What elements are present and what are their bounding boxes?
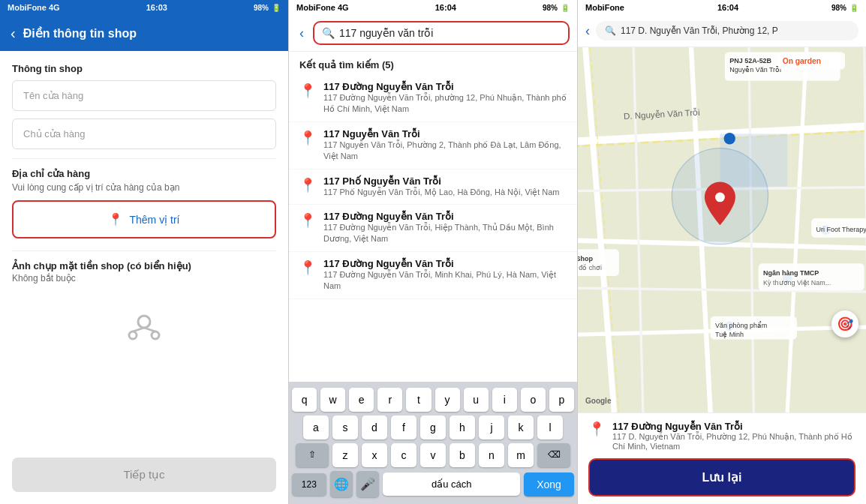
result-addr-1: 117 Đường Nguyễn Văn Trỗi, phường 12, Ph… bbox=[323, 92, 567, 116]
key-s[interactable]: s bbox=[332, 416, 358, 440]
list-item[interactable]: 📍 117 Đường Nguyễn Văn Trỗi 117 Đường Ng… bbox=[289, 252, 577, 299]
location-target-icon: 🎯 bbox=[837, 316, 853, 332]
key-u[interactable]: u bbox=[464, 388, 489, 412]
upload-icon bbox=[125, 307, 163, 351]
continue-button[interactable]: Tiếp tục bbox=[12, 458, 276, 492]
svg-text:Văn phòng phẩm: Văn phòng phẩm bbox=[715, 321, 767, 329]
key-q[interactable]: q bbox=[292, 388, 317, 412]
key-i[interactable]: i bbox=[492, 388, 517, 412]
panel-map: MobiFone 16:04 98% 🔋 ‹ 🔍 117 D. Nguyễn V… bbox=[578, 0, 866, 504]
map-bottom-card: 📍 117 Đường Nguyễn Văn Trỗi 117 D. Nguyễ… bbox=[578, 412, 866, 504]
key-z[interactable]: z bbox=[332, 443, 358, 467]
svg-point-2 bbox=[152, 332, 159, 339]
map-result-title: 117 Đường Nguyễn Văn Trỗi bbox=[612, 421, 855, 432]
key-done[interactable]: Xong bbox=[524, 472, 574, 496]
back-button-3[interactable]: ‹ bbox=[585, 23, 590, 39]
key-y[interactable]: y bbox=[435, 388, 460, 412]
key-v[interactable]: v bbox=[420, 443, 446, 467]
key-h[interactable]: h bbox=[450, 416, 475, 440]
key-g[interactable]: g bbox=[420, 416, 446, 440]
svg-point-46 bbox=[715, 193, 725, 202]
back-button-2[interactable]: ‹ bbox=[296, 22, 307, 44]
save-button[interactable]: Lưu lại bbox=[588, 458, 855, 496]
svg-text:PNJ 52A-52B: PNJ 52A-52B bbox=[729, 57, 771, 64]
carrier-1: MobiFone 4G bbox=[8, 3, 60, 12]
key-x[interactable]: x bbox=[362, 443, 387, 467]
result-title-2: 117 Nguyễn Văn Trỗi bbox=[323, 128, 567, 140]
svg-line-3 bbox=[133, 328, 144, 332]
map-bottom-result: 📍 117 Đường Nguyễn Văn Trỗi 117 D. Nguyễ… bbox=[588, 421, 855, 451]
map-search-bar[interactable]: 🔍 117 D. Nguyễn Văn Trỗi, Phường 12, P bbox=[596, 21, 858, 40]
key-t[interactable]: t bbox=[406, 388, 431, 412]
list-item[interactable]: 📍 117 Đường Nguyễn Văn Trỗi 117 Đường Ng… bbox=[289, 75, 577, 122]
svg-text:Kỳ thương Việt Nam...: Kỳ thương Việt Nam... bbox=[763, 279, 831, 286]
key-e[interactable]: e bbox=[349, 388, 374, 412]
key-n[interactable]: n bbox=[479, 443, 504, 467]
photo-sub: Không bắt buộc bbox=[12, 273, 276, 284]
key-c[interactable]: c bbox=[391, 443, 416, 467]
page-title-1: Điền thông tin shop bbox=[23, 26, 137, 40]
key-delete[interactable]: ⌫ bbox=[537, 443, 570, 467]
svg-point-0 bbox=[138, 316, 150, 328]
key-d[interactable]: d bbox=[362, 416, 387, 440]
key-f[interactable]: f bbox=[391, 416, 416, 440]
map-bottom-texts: 117 Đường Nguyễn Văn Trỗi 117 D. Nguyễn … bbox=[612, 421, 855, 451]
svg-text:Tuệ Minh: Tuệ Minh bbox=[715, 331, 744, 338]
key-l[interactable]: l bbox=[537, 416, 563, 440]
key-r[interactable]: r bbox=[377, 388, 402, 412]
back-button-1[interactable]: ‹ bbox=[11, 25, 16, 42]
result-text-2: 117 Nguyễn Văn Trỗi 117 Nguyễn Văn Trỗi,… bbox=[323, 128, 567, 163]
map-header: ‹ 🔍 117 D. Nguyễn Văn Trỗi, Phường 12, P bbox=[578, 15, 866, 47]
status-bar-1: MobiFone 4G 16:03 98% 🔋 bbox=[0, 0, 288, 15]
kb-row-1: q w e r t y u i o p bbox=[292, 388, 574, 412]
list-item[interactable]: 📍 117 Đường Nguyễn Văn Trỗi 117 Đường Ng… bbox=[289, 205, 577, 252]
key-globe[interactable]: 🌐 bbox=[330, 471, 353, 497]
key-p[interactable]: p bbox=[549, 388, 574, 412]
key-k[interactable]: k bbox=[508, 416, 534, 440]
time-1: 16:03 bbox=[146, 3, 167, 12]
my-location-button[interactable]: 🎯 bbox=[831, 310, 858, 338]
result-addr-2: 117 Nguyễn Văn Trỗi, Phường 2, Thành phố… bbox=[323, 140, 567, 163]
key-a[interactable]: a bbox=[303, 416, 329, 440]
key-b[interactable]: b bbox=[450, 443, 475, 467]
kb-row-3: ⇧ z x c v b n m ⌫ bbox=[292, 443, 574, 467]
svg-text:Uri Foot Therapy Spa: Uri Foot Therapy Spa bbox=[816, 226, 866, 233]
results-label: Kết quả tìm kiếm (5) bbox=[289, 52, 577, 75]
list-item[interactable]: 📍 117 Phố Nguyễn Văn Trỗi 117 Phố Nguyễn… bbox=[289, 170, 577, 205]
result-text-3: 117 Phố Nguyễn Văn Trỗi 117 Phố Nguyễn V… bbox=[323, 176, 559, 198]
owner-input[interactable]: Chủ cửa hàng bbox=[12, 118, 276, 149]
map-search-icon: 🔍 bbox=[605, 26, 616, 36]
search-input[interactable]: 117 nguyễn văn trỗi bbox=[339, 27, 561, 39]
key-j[interactable]: j bbox=[479, 416, 504, 440]
key-m[interactable]: m bbox=[508, 443, 534, 467]
svg-rect-34 bbox=[759, 263, 864, 290]
search-input-wrap[interactable]: 🔍 117 nguyễn văn trỗi bbox=[313, 21, 570, 45]
result-text-4: 117 Đường Nguyễn Văn Trỗi 117 Đường Nguy… bbox=[323, 211, 567, 245]
shop-info-label: Thông tin shop bbox=[12, 63, 276, 74]
search-bar-row: ‹ 🔍 117 nguyễn văn trỗi bbox=[289, 15, 577, 52]
svg-text:Cửa hàng đồ chơi: Cửa hàng đồ chơi bbox=[578, 263, 602, 272]
content-1: Thông tin shop Tên cửa hàng Chủ cửa hàng… bbox=[0, 51, 288, 452]
add-location-button[interactable]: 📍 Thêm vị trí bbox=[12, 200, 276, 238]
key-shift[interactable]: ⇧ bbox=[296, 443, 329, 467]
location-icon: 📍 bbox=[108, 212, 123, 226]
key-mic[interactable]: 🎤 bbox=[356, 471, 379, 497]
list-item[interactable]: 📍 117 Nguyễn Văn Trỗi 117 Nguyễn Văn Trỗ… bbox=[289, 122, 577, 170]
svg-point-22 bbox=[724, 133, 735, 144]
key-space[interactable]: dấu cách bbox=[383, 472, 520, 496]
map-search-text: 117 D. Nguyễn Văn Trỗi, Phường 12, P bbox=[621, 26, 778, 36]
key-w[interactable]: w bbox=[320, 388, 345, 412]
status-right-2: 98% 🔋 bbox=[543, 4, 570, 12]
add-location-label: Thêm vị trí bbox=[129, 214, 179, 226]
header-1: ‹ Điền thông tin shop bbox=[0, 15, 288, 51]
map-bottom-pin-icon: 📍 bbox=[588, 421, 605, 437]
search-icon: 🔍 bbox=[322, 27, 335, 39]
store-name-input[interactable]: Tên cửa hàng bbox=[12, 80, 276, 111]
time-3: 16:04 bbox=[717, 3, 738, 12]
key-num[interactable]: 123 bbox=[292, 473, 326, 496]
svg-point-1 bbox=[129, 332, 137, 339]
photo-placeholder[interactable] bbox=[12, 291, 276, 366]
map-area[interactable]: D. Nguyễn Văn Trỗi Trần Huy Liệu PNJ 52A… bbox=[578, 47, 866, 412]
key-o[interactable]: o bbox=[521, 388, 546, 412]
battery-2: 98% bbox=[543, 4, 558, 12]
